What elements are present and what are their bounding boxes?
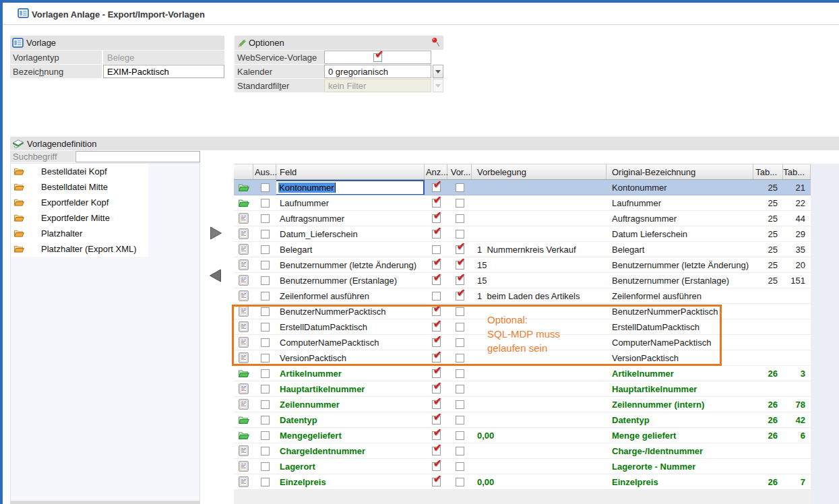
folder-list-item[interactable]: Bestelldatei Mitte [11,179,148,195]
column-header[interactable]: Original-Bezeichnung [607,164,753,179]
anzeigen-checkbox[interactable]: ✔ [432,400,441,409]
vorbelegung-checkbox[interactable]: ✔ [456,369,464,378]
anzeigen-checkbox[interactable]: ✔ [432,292,441,301]
table-row[interactable]: ✔ Hauptartikelnummer ✔ ✔ Hauptartikelnum… [234,381,811,397]
table-row[interactable]: ✔ Laufnummer ✔ ✔ Laufnummer 25 22 [234,195,811,211]
ausblenden-checkbox[interactable]: ✔ [261,276,270,285]
table-row[interactable]: ✔ Zeilennummer ✔ ✔ Zeilennummer (intern)… [234,397,811,412]
vorbelegung-checkbox[interactable]: ✔ [456,292,464,301]
table-row[interactable]: ✔ Benutzernummer (letzte Änderung) ✔ ✔ 1… [234,257,811,273]
kalender-dropdown-button[interactable] [433,65,443,78]
folder-list-item[interactable]: Bestelldatei Kopf [11,164,148,179]
webservice-checkbox[interactable]: ✔ [373,53,382,62]
vorbelegung-checkbox[interactable]: ✔ [456,214,464,223]
ausblenden-checkbox[interactable]: ✔ [261,292,270,301]
anzeigen-checkbox[interactable]: ✔ [432,276,441,285]
anzeigen-checkbox[interactable]: ✔ [432,369,441,378]
ausblenden-checkbox[interactable]: ✔ [261,214,270,223]
vorbelegung-checkbox[interactable]: ✔ [456,230,464,239]
vorbelegung-checkbox[interactable]: ✔ [456,276,464,285]
folder-list-item[interactable]: Exportfelder Kopf [11,195,148,210]
vorbelegung-checkbox[interactable]: ✔ [456,245,464,254]
table-row[interactable]: ✔ Kontonummer ✔ ✔ Kontonummer 25 21 [234,180,811,195]
anzeigen-checkbox[interactable]: ✔ [432,214,441,223]
ausblenden-checkbox[interactable]: ✔ [261,183,270,192]
ausblenden-checkbox[interactable]: ✔ [261,416,270,424]
anzeigen-checkbox[interactable]: ✔ [432,478,441,486]
ausblenden-checkbox[interactable]: ✔ [261,261,270,270]
vorbelegung-checkbox[interactable]: ✔ [456,385,464,393]
folder-list-item[interactable]: Platzhalter [11,226,148,241]
bezeichnung-input[interactable]: EXIM-Packtisch [103,65,224,78]
anzeigen-checkbox[interactable]: ✔ [432,183,441,192]
anzeigen-checkbox[interactable]: ✔ [432,385,441,393]
move-left-button[interactable] [208,268,223,285]
anzeigen-checkbox[interactable]: ✔ [432,230,441,239]
table-row[interactable]: ✔ Zeilenformel ausführen ✔ ✔ 1 beim Lade… [234,288,811,304]
vorbelegung-checkbox[interactable]: ✔ [456,307,464,316]
vorbelegung-checkbox[interactable]: ✔ [456,261,464,270]
anzeigen-checkbox[interactable]: ✔ [432,261,441,270]
kalender-dropdown[interactable]: 0 gregorianisch [324,65,431,78]
folder-list-item[interactable]: Exportfelder Mitte [11,210,148,226]
vorbelegung-checkbox[interactable]: ✔ [456,462,464,471]
table-row[interactable]: ✔ Einzelpreis ✔ ✔ 0,00 Einzelpreis 26 7 [234,474,811,490]
anzeigen-checkbox[interactable]: ✔ [432,323,441,332]
vorbelegung-checkbox[interactable]: ✔ [456,447,464,455]
column-header[interactable]: Anz... [425,164,447,179]
ausblenden-checkbox[interactable]: ✔ [261,369,270,378]
table-row[interactable]: ✔ Mengegeliefert ✔ ✔ 0,00 Menge geliefer… [234,428,811,443]
anzeigen-checkbox[interactable]: ✔ [432,354,441,363]
column-header[interactable]: Vor... [447,164,472,179]
vorbelegung-checkbox[interactable]: ✔ [456,199,464,208]
vorbelegung-checkbox[interactable]: ✔ [456,323,464,332]
vorbelegung-checkbox[interactable]: ✔ [456,400,464,409]
anzeigen-checkbox[interactable]: ✔ [432,431,441,440]
ausblenden-checkbox[interactable]: ✔ [261,478,270,486]
ausblenden-checkbox[interactable]: ✔ [261,400,270,409]
column-header[interactable]: Vorbelegung [472,164,607,179]
column-header[interactable] [234,164,253,179]
vorbelegung-checkbox[interactable]: ✔ [456,354,464,363]
ausblenden-checkbox[interactable]: ✔ [261,199,270,208]
anzeigen-checkbox[interactable]: ✔ [432,199,441,208]
anzeigen-checkbox[interactable]: ✔ [432,307,441,316]
vorbelegung-checkbox[interactable]: ✔ [456,478,464,486]
table-row[interactable]: ✔ Artikelnummer ✔ ✔ Artikelnummer 26 3 [234,366,811,381]
anzeigen-checkbox[interactable]: ✔ [432,447,441,455]
ausblenden-checkbox[interactable]: ✔ [261,447,270,455]
table-row[interactable]: ✔ Datum_Lieferschein ✔ ✔ Datum Liefersch… [234,226,811,242]
vorbelegung-checkbox[interactable]: ✔ [456,338,464,347]
vorbelegung-checkbox[interactable]: ✔ [456,183,464,192]
table-row[interactable]: ✔ Lagerort ✔ ✔ Lagerorte - Nummer [234,459,811,474]
search-input[interactable] [75,151,200,162]
column-header[interactable]: Tab... [783,164,811,179]
pushpin-icon[interactable] [431,37,440,50]
ausblenden-checkbox[interactable]: ✔ [261,431,270,440]
move-right-button[interactable] [208,226,223,243]
table-row[interactable]: ✔ ChargeIdentnummer ✔ ✔ Charge-/Identnum… [234,443,811,459]
ausblenden-checkbox[interactable]: ✔ [261,230,270,239]
table-row[interactable]: ✔ Benutzernummer (Erstanlage) ✔ ✔ 15 Ben… [234,273,811,288]
vorbelegung-checkbox[interactable]: ✔ [456,431,464,440]
column-header[interactable]: Tab... [753,164,783,179]
column-header[interactable]: Feld [276,164,425,179]
ausblenden-checkbox[interactable]: ✔ [261,354,270,363]
anzeigen-checkbox[interactable]: ✔ [432,416,441,424]
ausblenden-checkbox[interactable]: ✔ [261,385,270,393]
table-row[interactable]: ✔ Datentyp ✔ ✔ Datentyp 26 42 [234,412,811,428]
ausblenden-checkbox[interactable]: ✔ [261,245,270,254]
folder-list-item[interactable]: Platzhalter (Export XML) [11,241,148,257]
ausblenden-checkbox[interactable]: ✔ [261,307,270,316]
ausblenden-checkbox[interactable]: ✔ [261,338,270,347]
column-header[interactable]: Aus... [253,164,276,179]
ausblenden-checkbox[interactable]: ✔ [261,462,270,471]
table-row[interactable]: ✔ Belegart ✔ ✔ 1 Nummernkreis Verkauf Be… [234,242,811,257]
anzeigen-checkbox[interactable]: ✔ [432,462,441,471]
anzeigen-checkbox[interactable]: ✔ [432,338,441,347]
vorbelegung-checkbox[interactable]: ✔ [456,416,464,424]
field-edit-input[interactable]: Kontonummer [276,180,425,195]
anzeigen-checkbox[interactable]: ✔ [432,245,441,254]
table-row[interactable]: ✔ Auftragsnummer ✔ ✔ Auftragsnummer 25 4… [234,211,811,226]
ausblenden-checkbox[interactable]: ✔ [261,323,270,332]
